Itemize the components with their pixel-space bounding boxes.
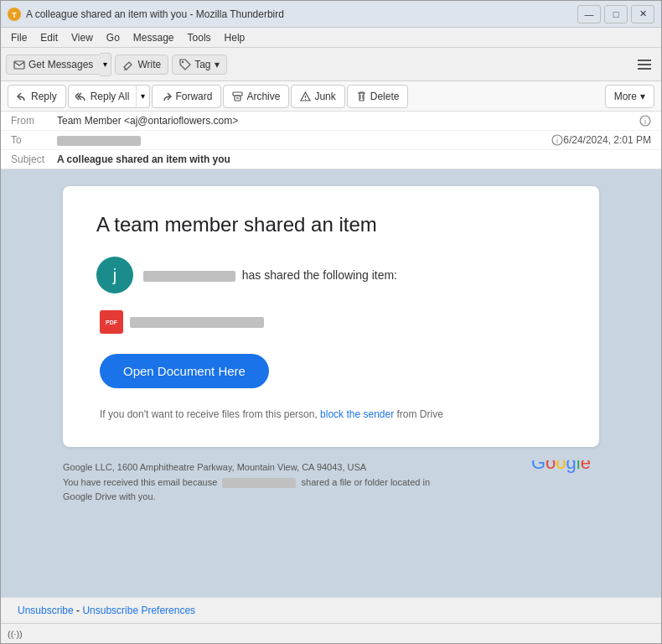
- forward-icon: [161, 91, 172, 101]
- to-value: [57, 134, 551, 146]
- reply-all-icon: [75, 91, 87, 101]
- tag-dropdown[interactable]: ▾: [215, 59, 220, 70]
- junk-button[interactable]: Junk: [291, 85, 344, 108]
- junk-icon: [300, 91, 311, 101]
- email-body: A team member shared an item j has share…: [1, 169, 661, 597]
- unsubscribe-bar: Unsubscribe - Unsubscribe Preferences: [1, 597, 661, 623]
- write-icon: [122, 59, 134, 70]
- sender-row: j has shared the following item:: [96, 257, 566, 293]
- pdf-filename-blurred: [130, 317, 264, 328]
- status-bar: ((·)): [1, 623, 661, 643]
- menu-edit[interactable]: Edit: [34, 30, 65, 45]
- close-button[interactable]: ✕: [631, 5, 654, 23]
- reply-all-button[interactable]: Reply All: [68, 85, 137, 108]
- svg-point-4: [182, 60, 184, 62]
- menu-tools[interactable]: Tools: [181, 30, 218, 45]
- to-info-icon[interactable]: i: [551, 134, 563, 146]
- minimize-button[interactable]: —: [577, 5, 601, 23]
- get-messages-icon: [13, 59, 25, 70]
- to-blurred: [57, 136, 141, 146]
- menu-bar: File Edit View Go Message Tools Help: [1, 28, 661, 48]
- sender-avatar: j: [96, 257, 133, 293]
- email-actions-bar: Reply Reply All ▾ Forward: [1, 81, 661, 112]
- email-date: 6/24/2024, 2:01 PM: [563, 134, 651, 146]
- menu-help[interactable]: Help: [218, 30, 252, 45]
- menu-message[interactable]: Message: [127, 30, 181, 45]
- hamburger-line-3: [638, 68, 651, 70]
- forward-button[interactable]: Forward: [152, 85, 221, 108]
- email-card: A team member shared an item j has share…: [63, 186, 599, 447]
- more-button[interactable]: More ▾: [605, 85, 654, 108]
- from-row: From Team Member <aj@ontarioflowers.com>…: [1, 112, 661, 131]
- pdf-row: PDF: [100, 310, 566, 334]
- tag-button[interactable]: Tag ▾: [172, 55, 226, 75]
- archive-button[interactable]: Archive: [223, 85, 289, 108]
- status-icon: ((·)): [8, 629, 23, 639]
- archive-icon: [232, 91, 243, 101]
- toolbar: Get Messages ▾ Write Tag ▾: [1, 48, 661, 81]
- footer-content: Google™ Google LLC, 1600 Amphitheatre Pa…: [63, 460, 599, 515]
- get-messages-button[interactable]: Get Messages: [6, 55, 100, 75]
- unsubscribe-preferences-link[interactable]: Unsubscribe Preferences: [82, 605, 195, 616]
- open-document-button[interactable]: Open Document Here: [100, 354, 269, 388]
- menu-go[interactable]: Go: [100, 30, 127, 45]
- menu-file[interactable]: File: [4, 30, 34, 45]
- svg-text:i: i: [556, 137, 558, 145]
- sender-text: has shared the following item:: [143, 268, 397, 282]
- reply-all-dropdown[interactable]: ▾: [136, 85, 150, 108]
- hamburger-menu[interactable]: [633, 53, 656, 76]
- svg-text:T: T: [12, 11, 17, 19]
- delete-button[interactable]: Delete: [347, 85, 409, 108]
- unsubscribe-link[interactable]: Unsubscribe: [18, 605, 74, 616]
- pdf-icon: PDF: [100, 310, 123, 334]
- footer-address: Google LLC, 1600 Amphitheatre Parkway, M…: [63, 460, 599, 505]
- reply-all-split: Reply All ▾: [68, 85, 151, 108]
- more-dropdown-arrow: ▾: [640, 91, 645, 102]
- card-title: A team member shared an item: [96, 213, 566, 236]
- reply-button[interactable]: Reply: [8, 85, 66, 108]
- google-logo: Google™: [531, 460, 599, 474]
- email-footer: Google™ Google LLC, 1600 Amphitheatre Pa…: [63, 460, 599, 532]
- main-window: T A colleague shared an item with you - …: [0, 0, 662, 644]
- subject-value: A colleague shared an item with you: [57, 153, 651, 165]
- footer-note: If you don't want to receive files from …: [100, 408, 566, 420]
- write-button[interactable]: Write: [115, 55, 168, 75]
- window-title: A colleague shared an item with you - Mo…: [26, 8, 284, 20]
- tag-icon: [179, 59, 191, 70]
- footer-name-blurred: [222, 478, 296, 488]
- subject-row: Subject A colleague shared an item with …: [1, 150, 661, 169]
- get-messages-dropdown[interactable]: ▾: [100, 53, 111, 76]
- svg-point-10: [305, 98, 306, 99]
- maximize-button[interactable]: □: [604, 5, 628, 23]
- hamburger-line-1: [638, 60, 651, 61]
- to-row: To i 6/24/2024, 2:01 PM: [1, 131, 661, 150]
- email-header: From Team Member <aj@ontarioflowers.com>…: [1, 112, 661, 169]
- app-icon: T: [8, 8, 21, 21]
- window-controls: — □ ✕: [577, 5, 654, 23]
- hamburger-line-2: [638, 64, 651, 65]
- title-bar: T A colleague shared an item with you - …: [1, 1, 661, 28]
- delete-icon: [356, 91, 367, 101]
- reply-icon: [17, 91, 28, 101]
- title-bar-left: T A colleague shared an item with you - …: [8, 8, 284, 21]
- menu-view[interactable]: View: [65, 30, 100, 45]
- block-sender-link[interactable]: block the sender: [320, 408, 394, 420]
- from-value: Team Member <aj@ontarioflowers.com>: [57, 115, 636, 127]
- svg-text:i: i: [644, 117, 646, 126]
- from-info-icon[interactable]: i: [639, 115, 651, 127]
- sender-name-blurred: [143, 271, 235, 282]
